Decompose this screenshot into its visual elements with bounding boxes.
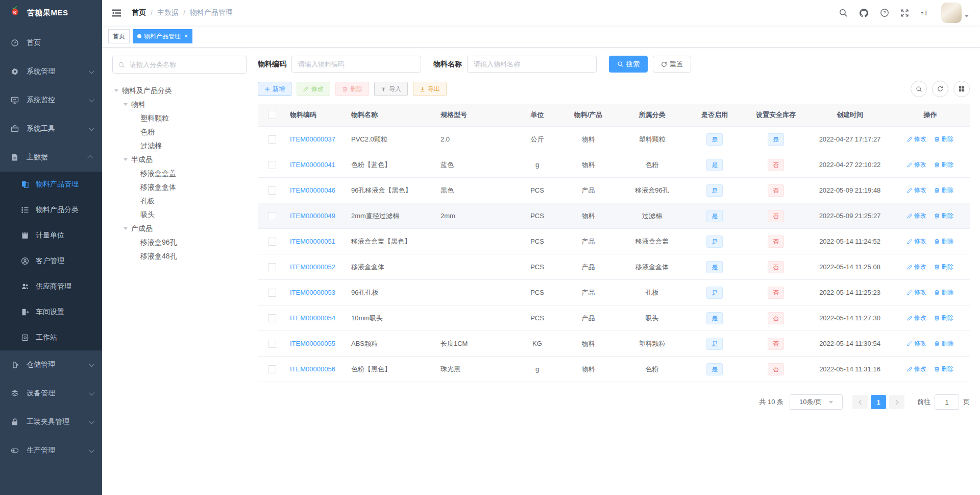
- filter-input-material-code[interactable]: [291, 56, 421, 73]
- tree-node[interactable]: 产成品: [112, 222, 247, 235]
- goto-page-input[interactable]: [935, 394, 959, 410]
- row-checkbox[interactable]: [268, 340, 276, 348]
- sidebar-item-fixture-management[interactable]: 工装夹具管理: [0, 408, 102, 436]
- refresh-button[interactable]: [932, 81, 948, 97]
- row-edit-button[interactable]: 修改: [907, 288, 926, 297]
- close-icon[interactable]: ×: [184, 33, 188, 39]
- filter-input-material-name[interactable]: [467, 56, 597, 73]
- logo-row[interactable]: K 苦糖果MES: [0, 0, 102, 26]
- help-icon[interactable]: ?: [874, 0, 895, 26]
- category-search-input[interactable]: [129, 60, 241, 69]
- github-icon[interactable]: [853, 0, 874, 26]
- row-checkbox[interactable]: [268, 186, 276, 195]
- tree-node[interactable]: 移液盒盒体: [112, 180, 247, 194]
- row-checkbox[interactable]: [268, 289, 276, 297]
- tree-node[interactable]: 色粉: [112, 125, 247, 139]
- row-edit-button[interactable]: 修改: [907, 186, 926, 195]
- row-edit-button[interactable]: 修改: [907, 160, 926, 169]
- sidebar-item-system-monitor[interactable]: 系统监控: [0, 86, 102, 114]
- row-edit-button[interactable]: 修改: [907, 263, 926, 271]
- search-button[interactable]: 搜索: [609, 56, 648, 73]
- item-code-link[interactable]: ITEM00000054: [290, 314, 335, 322]
- tree-node[interactable]: 过滤棉: [112, 139, 247, 153]
- sidebar-item-system-management[interactable]: 系统管理: [0, 57, 102, 86]
- tree-node[interactable]: 孔板: [112, 194, 247, 208]
- row-delete-button[interactable]: 删除: [934, 186, 953, 195]
- row-edit-button[interactable]: 修改: [907, 135, 926, 144]
- caret-down-icon[interactable]: [124, 158, 128, 161]
- page-size-select[interactable]: 10条/页: [790, 394, 843, 410]
- sidebar-item-customer-management[interactable]: 客户管理: [0, 248, 102, 274]
- item-code-link[interactable]: ITEM00000056: [290, 365, 335, 373]
- breadcrumb-item[interactable]: 首页: [132, 8, 146, 17]
- item-code-link[interactable]: ITEM00000041: [290, 161, 335, 169]
- tree-node[interactable]: 移液盒盒盖: [112, 167, 247, 180]
- row-edit-button[interactable]: 修改: [907, 365, 926, 373]
- sidebar-item-master-data[interactable]: 主数据: [0, 143, 102, 172]
- tab-active[interactable]: 物料产品管理 ×: [133, 29, 192, 43]
- caret-down-icon[interactable]: [124, 103, 128, 106]
- row-checkbox[interactable]: [268, 238, 276, 246]
- tree-node[interactable]: 塑料颗粒: [112, 111, 247, 125]
- row-checkbox[interactable]: [268, 212, 276, 220]
- row-delete-button[interactable]: 删除: [934, 160, 953, 169]
- item-code-link[interactable]: ITEM00000037: [290, 135, 335, 143]
- tree-node[interactable]: 物料及产品分类: [112, 84, 247, 98]
- import-button[interactable]: 导入: [374, 82, 408, 96]
- row-delete-button[interactable]: 删除: [934, 314, 953, 322]
- hamburger-icon[interactable]: [109, 7, 124, 19]
- sidebar-item-system-tools[interactable]: 系统工具: [0, 114, 102, 143]
- caret-down-icon[interactable]: [114, 89, 118, 92]
- row-delete-button[interactable]: 删除: [934, 263, 953, 271]
- toggle-search-button[interactable]: [911, 81, 927, 97]
- sidebar-item-home[interactable]: 首页: [0, 29, 102, 57]
- row-checkbox[interactable]: [268, 314, 276, 322]
- item-code-link[interactable]: ITEM00000046: [290, 186, 335, 194]
- row-delete-button[interactable]: 删除: [934, 237, 953, 246]
- columns-button[interactable]: [953, 81, 970, 97]
- sidebar-item-production-management[interactable]: 生产管理: [0, 436, 102, 465]
- sidebar-item-equipment-management[interactable]: 设备管理: [0, 379, 102, 408]
- row-delete-button[interactable]: 删除: [934, 288, 953, 297]
- row-delete-button[interactable]: 删除: [934, 365, 953, 373]
- reset-button[interactable]: 重置: [653, 56, 691, 73]
- add-button[interactable]: 新增: [258, 82, 291, 96]
- font-size-icon[interactable]: TT: [915, 0, 936, 26]
- export-button[interactable]: 导出: [413, 82, 447, 96]
- tab-item[interactable]: 首页: [108, 29, 130, 43]
- sidebar-item-workshop-settings[interactable]: 车间设置: [0, 299, 102, 325]
- delete-button[interactable]: 删除: [335, 82, 369, 96]
- tree-node[interactable]: 移液盒96孔: [112, 235, 247, 249]
- caret-down-icon[interactable]: [124, 227, 128, 230]
- page-number-button[interactable]: 1: [871, 395, 886, 409]
- row-checkbox[interactable]: [268, 161, 276, 169]
- row-delete-button[interactable]: 删除: [934, 135, 953, 144]
- sidebar-item-measurement-unit[interactable]: 计量单位: [0, 223, 102, 248]
- item-code-link[interactable]: ITEM00000049: [290, 212, 335, 220]
- row-delete-button[interactable]: 删除: [934, 339, 953, 348]
- user-avatar[interactable]: [941, 3, 962, 23]
- edit-button[interactable]: 修改: [297, 82, 330, 96]
- sidebar-item-material-product-category[interactable]: 物料产品分类: [0, 197, 102, 223]
- row-edit-button[interactable]: 修改: [907, 339, 926, 348]
- sidebar-item-supplier-management[interactable]: 供应商管理: [0, 274, 102, 299]
- row-delete-button[interactable]: 删除: [934, 211, 953, 220]
- row-checkbox[interactable]: [268, 135, 276, 144]
- select-all-checkbox[interactable]: [268, 111, 276, 119]
- item-code-link[interactable]: ITEM00000055: [290, 340, 335, 347]
- item-code-link[interactable]: ITEM00000053: [290, 289, 335, 296]
- row-edit-button[interactable]: 修改: [907, 211, 926, 220]
- sidebar-item-warehouse-management[interactable]: 仓储管理: [0, 350, 102, 379]
- tree-node[interactable]: 移液盒48孔: [112, 249, 247, 263]
- next-page-button[interactable]: [889, 395, 904, 409]
- prev-page-button[interactable]: [852, 395, 868, 409]
- search-icon[interactable]: [833, 0, 853, 26]
- item-code-link[interactable]: ITEM00000052: [290, 263, 335, 271]
- item-code-link[interactable]: ITEM00000051: [290, 238, 335, 245]
- tree-node[interactable]: 物料: [112, 98, 247, 111]
- user-menu-caret-icon[interactable]: [965, 15, 969, 19]
- sidebar-item-material-product-management[interactable]: 物料产品管理: [0, 172, 102, 197]
- row-checkbox[interactable]: [268, 365, 276, 373]
- fullscreen-icon[interactable]: [895, 0, 915, 26]
- tree-node[interactable]: 吸头: [112, 208, 247, 222]
